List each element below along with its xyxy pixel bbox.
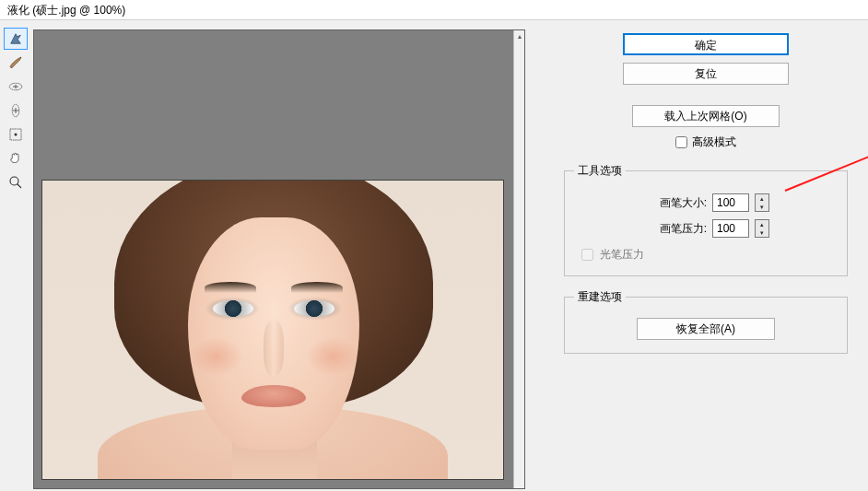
- pen-pressure-checkbox: [581, 249, 593, 261]
- rebuild-options-legend: 重建选项: [574, 289, 626, 305]
- toolbar: [0, 20, 31, 491]
- brush-size-spinner[interactable]: ▴▾: [755, 193, 769, 212]
- brush-size-input[interactable]: [712, 193, 749, 212]
- load-last-mesh-button[interactable]: 载入上次网格(O): [632, 105, 780, 127]
- forward-warp-tool[interactable]: [4, 28, 28, 50]
- ok-button[interactable]: 确定: [623, 33, 789, 55]
- advanced-mode-label: 高级模式: [692, 135, 736, 148]
- chevron-down-icon[interactable]: ▾: [756, 228, 768, 237]
- options-panel: 确定 复位 载入上次网格(O) 高级模式 工具选项 画笔大小: ▴▾ 画笔压力:…: [527, 20, 868, 491]
- preview-image: [41, 180, 504, 480]
- restore-all-button[interactable]: 恢复全部(A): [637, 318, 775, 340]
- reset-button[interactable]: 复位: [623, 63, 789, 85]
- brush-pressure-input[interactable]: [712, 219, 749, 238]
- tool-options-group: 工具选项 画笔大小: ▴▾ 画笔压力: ▴▾ 光笔压力: [564, 163, 848, 276]
- svg-point-3: [15, 134, 18, 136]
- reconstruct-tool[interactable]: [4, 52, 28, 74]
- advanced-mode-checkbox[interactable]: [675, 136, 687, 148]
- zoom-tool[interactable]: [4, 171, 28, 193]
- pen-pressure-label: 光笔压力: [600, 248, 644, 261]
- window-title: 液化 (硕士.jpg @ 100%): [0, 0, 868, 20]
- chevron-down-icon[interactable]: ▾: [756, 203, 768, 211]
- hand-tool[interactable]: [4, 147, 28, 170]
- vertical-scrollbar[interactable]: ▴: [513, 30, 524, 488]
- bloat-tool[interactable]: [4, 99, 28, 122]
- rebuild-options-group: 重建选项 恢复全部(A): [564, 289, 848, 354]
- brush-pressure-spinner[interactable]: ▴▾: [755, 219, 769, 238]
- chevron-up-icon[interactable]: ▴: [756, 220, 768, 228]
- brush-pressure-label: 画笔压力:: [642, 221, 707, 237]
- chevron-up-icon[interactable]: ▴: [756, 194, 768, 203]
- brush-size-label: 画笔大小:: [642, 195, 707, 211]
- tool-options-legend: 工具选项: [574, 163, 626, 179]
- push-left-tool[interactable]: [4, 123, 28, 146]
- pucker-tool[interactable]: [4, 76, 28, 98]
- canvas-area[interactable]: ▴: [33, 29, 525, 489]
- svg-line-5: [18, 184, 22, 189]
- scroll-up-icon[interactable]: ▴: [514, 30, 525, 41]
